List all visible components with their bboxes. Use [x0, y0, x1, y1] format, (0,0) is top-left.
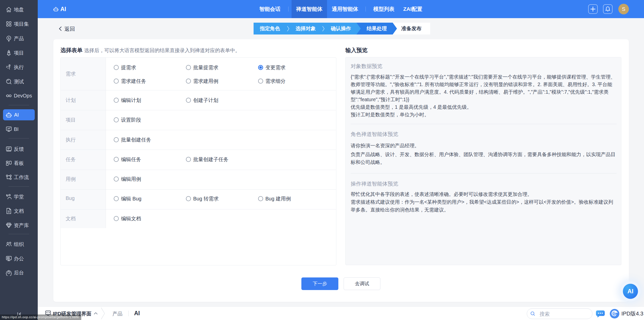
svg-text:OA: OA [8, 257, 10, 259]
